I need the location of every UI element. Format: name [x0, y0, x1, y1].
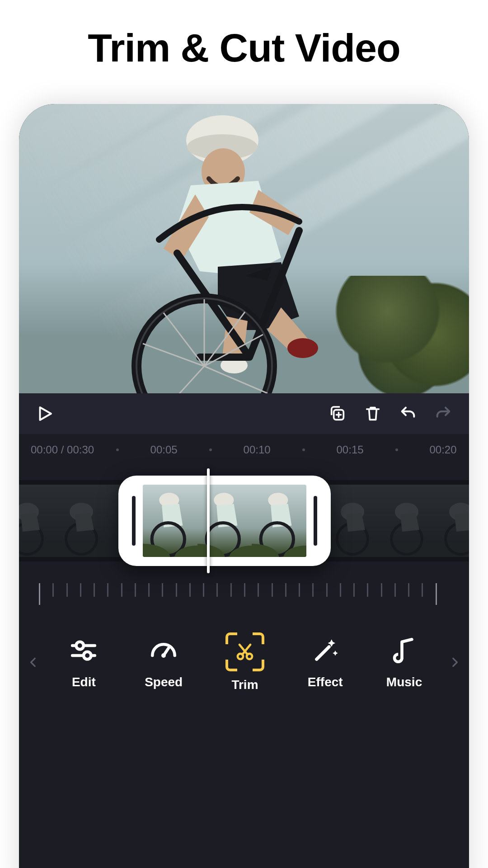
svg-point-28: [174, 546, 197, 557]
svg-point-4: [221, 357, 248, 373]
svg-point-17: [70, 503, 93, 521]
trim-window[interactable]: [118, 476, 331, 566]
svg-point-31: [197, 544, 225, 557]
sliders-icon: [66, 632, 102, 669]
svg-point-22: [391, 524, 422, 554]
total-time: 00:30: [67, 443, 94, 456]
svg-point-19: [341, 503, 364, 521]
timeline-thumb: [325, 485, 380, 557]
ruler-mark: 00:05: [141, 443, 187, 456]
trim-thumb: [252, 485, 306, 557]
video-preview[interactable]: [19, 104, 469, 393]
page-headline: Trim & Cut Video: [0, 0, 488, 71]
tool-label: Trim: [231, 678, 258, 692]
timeline-thumb: [54, 485, 108, 557]
svg-point-16: [19, 524, 42, 554]
tool-music[interactable]: Music: [386, 632, 422, 692]
svg-line-9: [204, 366, 267, 393]
redo-button[interactable]: [430, 401, 456, 427]
music-note-icon: [386, 632, 422, 669]
bottom-toolbar: Edit Speed: [19, 619, 469, 705]
trees-decor: [324, 276, 469, 393]
gauge-icon: [145, 632, 182, 669]
svg-point-24: [446, 524, 469, 554]
timeline-thumb: [434, 485, 469, 557]
tool-label: Music: [386, 675, 422, 689]
trim-thumb: [143, 485, 197, 557]
svg-point-40: [84, 652, 91, 660]
timeline: [19, 480, 469, 561]
play-button[interactable]: [32, 401, 58, 427]
svg-point-20: [337, 524, 368, 554]
duplicate-button[interactable]: [324, 401, 351, 427]
magic-wand-icon: [307, 632, 343, 669]
undo-button[interactable]: [395, 401, 421, 427]
timeline-thumb: [380, 485, 434, 557]
tool-label: Speed: [145, 675, 183, 689]
time-ruler: 00:00 / 00:30 00:05 00:10 00:15 00:20: [19, 434, 469, 466]
current-time: 00:00: [31, 443, 58, 456]
svg-point-18: [66, 524, 97, 554]
frame-ticks: [19, 583, 469, 610]
phone-frame: 00:00 / 00:30 00:05 00:10 00:15 00:20: [19, 104, 469, 868]
tool-label: Effect: [308, 675, 343, 689]
toolbar-prev-arrow[interactable]: [23, 619, 44, 705]
svg-line-13: [204, 312, 245, 366]
svg-point-27: [143, 544, 170, 557]
svg-point-38: [76, 642, 84, 650]
svg-point-23: [449, 503, 469, 521]
svg-point-15: [19, 503, 39, 521]
svg-point-21: [395, 503, 418, 521]
timeline-thumb: [19, 485, 54, 557]
tool-effect[interactable]: Effect: [307, 632, 343, 692]
svg-point-32: [229, 546, 252, 557]
playback-bar: [19, 393, 469, 434]
ruler-mark: 00:20: [420, 443, 466, 456]
scissors-icon: [225, 632, 264, 671]
delete-button[interactable]: [360, 401, 386, 427]
trim-handle-right[interactable]: [314, 496, 317, 546]
trim-handle-left[interactable]: [132, 496, 136, 546]
svg-point-42: [161, 653, 166, 658]
svg-line-47: [317, 647, 329, 660]
svg-point-3: [287, 338, 318, 358]
trim-thumb: [197, 485, 252, 557]
svg-line-8: [204, 335, 263, 366]
trim-thumbs: [143, 485, 306, 557]
ruler-mark: 00:10: [234, 443, 280, 456]
tool-label: Edit: [72, 675, 96, 689]
tool-speed[interactable]: Speed: [145, 632, 183, 692]
tool-trim[interactable]: Trim: [225, 632, 264, 692]
svg-line-11: [143, 344, 204, 366]
svg-line-12: [164, 313, 204, 366]
svg-line-10: [159, 366, 204, 393]
time-counter: 00:00 / 00:30: [22, 443, 94, 456]
ruler-mark: 00:15: [327, 443, 373, 456]
svg-point-35: [252, 544, 279, 557]
tool-edit[interactable]: Edit: [66, 632, 102, 692]
svg-point-36: [284, 546, 306, 557]
toolbar-next-arrow[interactable]: [444, 619, 465, 705]
